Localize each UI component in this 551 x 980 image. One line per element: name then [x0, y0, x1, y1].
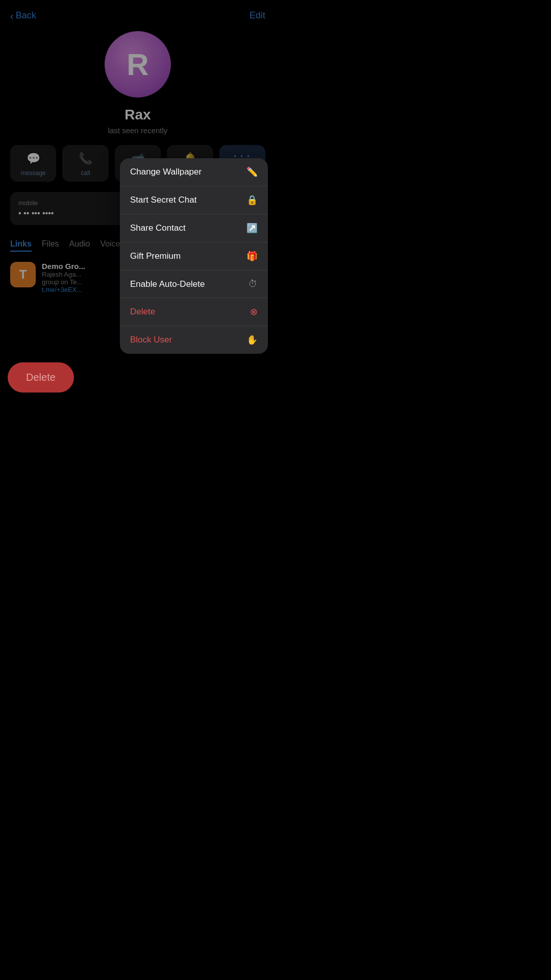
- delete-label: Delete: [130, 307, 155, 317]
- menu-item-block-user[interactable]: Block User ✋: [120, 326, 268, 354]
- share-contact-label: Share Contact: [130, 223, 186, 233]
- block-user-icon: ✋: [246, 334, 258, 346]
- start-secret-chat-icon: 🔒: [246, 194, 258, 206]
- menu-item-gift-premium[interactable]: Gift Premium 🎁: [120, 242, 268, 271]
- context-menu: Change Wallpaper ✏️ Start Secret Chat 🔒 …: [120, 158, 268, 354]
- delete-pill-label: Delete: [26, 372, 56, 383]
- delete-pill-container: Delete: [8, 362, 74, 393]
- share-contact-icon: ↗️: [246, 223, 258, 234]
- gift-premium-label: Gift Premium: [130, 251, 181, 261]
- delete-icon: ⊗: [250, 306, 258, 317]
- menu-item-share-contact[interactable]: Share Contact ↗️: [120, 214, 268, 242]
- menu-item-start-secret-chat[interactable]: Start Secret Chat 🔒: [120, 186, 268, 214]
- menu-item-delete[interactable]: Delete ⊗: [120, 298, 268, 326]
- delete-pill-button[interactable]: Delete: [8, 362, 74, 393]
- start-secret-chat-label: Start Secret Chat: [130, 195, 196, 205]
- menu-item-change-wallpaper[interactable]: Change Wallpaper ✏️: [120, 158, 268, 186]
- menu-item-enable-auto-delete[interactable]: Enable Auto-Delete ⏱: [120, 271, 268, 298]
- gift-premium-icon: 🎁: [246, 251, 258, 262]
- enable-auto-delete-icon: ⏱: [248, 279, 258, 289]
- enable-auto-delete-label: Enable Auto-Delete: [130, 279, 205, 289]
- block-user-label: Block User: [130, 335, 172, 345]
- change-wallpaper-icon: ✏️: [246, 166, 258, 178]
- change-wallpaper-label: Change Wallpaper: [130, 167, 202, 177]
